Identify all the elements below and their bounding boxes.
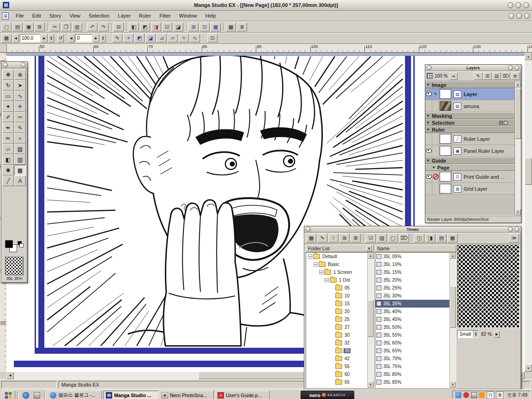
menu-item[interactable]: File [12,12,28,19]
layers-scroll-thumb[interactable] [515,88,521,139]
section-collapse-icon[interactable] [425,158,431,163]
layer-row[interactable]: Guide [425,157,515,164]
folder-item[interactable]: Default [306,253,367,260]
snap-perspective-button[interactable]: ⊿ [157,34,167,42]
tray-update-icon[interactable] [479,392,485,398]
tone-list-scrollbar[interactable]: ▲ ▼ [449,253,456,387]
folder-item[interactable]: 15 [306,300,367,308]
layer-row[interactable]: Print Guide and ... [425,171,515,183]
tray-display-icon[interactable] [455,392,461,398]
print-button[interactable]: ⊟ [114,23,124,31]
tone-item[interactable]: 35L 50% [375,323,449,331]
toolbox-close-button[interactable] [21,62,26,67]
folder-item[interactable]: 60 [306,370,367,378]
nero-search-deskbar[interactable]: nero SEARCH [301,391,354,399]
taskbar-window-button[interactable]: Nero PhotoSna... [159,391,214,399]
tone-item[interactable]: 35L 20% [375,276,449,284]
visibility-toggle[interactable] [425,88,432,100]
vertical-scroll-thumb[interactable] [525,158,532,185]
ime-korean-indicator[interactable]: 가 [487,392,494,399]
tone-item[interactable]: 35L 80% [375,370,449,378]
name-column-header[interactable]: Name [377,246,390,251]
visibility-toggle[interactable] [425,183,432,194]
folder-item[interactable]: 55 [306,363,367,370]
menu-item[interactable]: Help [201,12,220,19]
selection-pen-tool[interactable]: ✐ [2,112,14,122]
title-bar[interactable]: M Manga Studio EX - [[New Page] (182,00 … [0,0,532,11]
ink-tool[interactable]: ≈ [14,133,26,144]
menu-item[interactable]: Selection [85,12,114,19]
selection-eraser-tool[interactable]: ✑ [14,112,26,122]
scroll-up-icon[interactable]: ▲ [525,53,532,60]
tray-volume-icon[interactable] [471,392,477,398]
menu-item[interactable]: Edit [28,12,45,19]
layer-edit-button[interactable]: ✎ [474,72,483,80]
folder-item[interactable]: 35 [306,347,367,355]
draw-state-cell[interactable] [432,100,439,112]
paste-button[interactable]: ▥ [72,23,82,31]
draw-state-cell[interactable] [432,171,439,182]
child-minimize-button[interactable] [508,13,514,19]
magic-wand-tool[interactable]: ✦ [2,101,14,112]
rotation-spinner[interactable] [100,34,106,42]
snap-settings-button[interactable]: ▩ [226,23,236,31]
pan-tool[interactable]: ✥ [2,69,14,80]
pen-tool[interactable]: ✒ [2,122,14,133]
tone-item[interactable]: 35L 15% [375,268,449,276]
layers-lock-button[interactable] [427,65,432,70]
layer-row[interactable]: Ruler [425,126,515,133]
layer-row[interactable]: Grid Layer [425,183,515,195]
taskbar-window-button[interactable]: User's Guide.p... [215,391,270,399]
folder-item[interactable]: 32 [306,339,367,347]
figure-tool[interactable]: ╱ [2,175,14,186]
close-button[interactable] [523,2,529,8]
pencil-tool[interactable]: ✎ [14,122,26,133]
toolbox-collapse-button[interactable] [3,62,8,67]
taskbar-clock[interactable]: 오후 7:49 [505,392,527,399]
new-folder-button[interactable]: ▤ [492,72,501,80]
rotate-left-button[interactable] [68,34,74,42]
tone-preview-button[interactable]: ▩ [306,234,316,242]
grid-view-button[interactable]: ⊡ [200,23,210,31]
section-collapse-icon[interactable] [425,127,431,132]
visibility-toggle[interactable] [425,133,432,145]
zoom-reset-button[interactable] [57,34,64,42]
scroll-down-icon[interactable]: ▼ [515,209,521,215]
layer-row[interactable]: Masking [425,112,515,119]
section-collapse-icon[interactable] [431,165,436,169]
preview-size-spinner[interactable] [473,331,478,338]
snap-cross-button[interactable]: ◪ [145,34,156,42]
tree-expander-icon[interactable] [314,262,318,266]
draw-state-cell[interactable] [432,145,439,157]
save-button[interactable]: ▣ [24,23,34,31]
quick-launch-desktop[interactable] [32,391,42,399]
toolbox-title-bar[interactable] [1,62,27,68]
options-button[interactable]: ≣ [237,23,247,31]
view-split-button[interactable]: ◨ [425,234,435,242]
view-grid-button[interactable]: ▦ [447,234,458,242]
tone-item[interactable]: 35L 25% [375,284,449,292]
undo-button[interactable]: ↶ [87,23,97,31]
layer-row[interactable]: Panel Ruler Layer [425,145,515,157]
lasso-tool[interactable]: ∿ [14,91,26,101]
tone-item[interactable]: 35L 40% [375,308,449,315]
color-selector[interactable] [4,239,24,255]
folder-item[interactable]: 65 [306,378,367,386]
rotate-right-button[interactable] [93,34,99,42]
menu-item[interactable]: Window [175,12,201,19]
folder-item[interactable]: Basic [306,260,367,268]
scroll-down-icon[interactable]: ▼ [525,364,532,372]
story-frame-button[interactable]: ◨ [151,23,161,31]
draw-state-cell[interactable] [432,133,439,145]
eraser-tool[interactable]: ▱ [2,144,14,154]
scroll-down-icon[interactable]: ▼ [368,381,374,387]
layers-collapse-button[interactable] [508,65,513,70]
tone-item[interactable]: 35L 85% [375,378,449,386]
snap-target-button[interactable]: ⌖ [123,34,133,42]
current-tone-swatch[interactable] [5,257,24,275]
tone-item[interactable]: 35L 35% [375,300,449,308]
snap-focus-button[interactable]: ▱ [168,34,178,42]
snap-grid-button[interactable]: ⌗ [179,34,189,42]
fit-view-button[interactable]: ⊡ [207,34,218,42]
cut-button[interactable]: ✂ [50,23,60,31]
